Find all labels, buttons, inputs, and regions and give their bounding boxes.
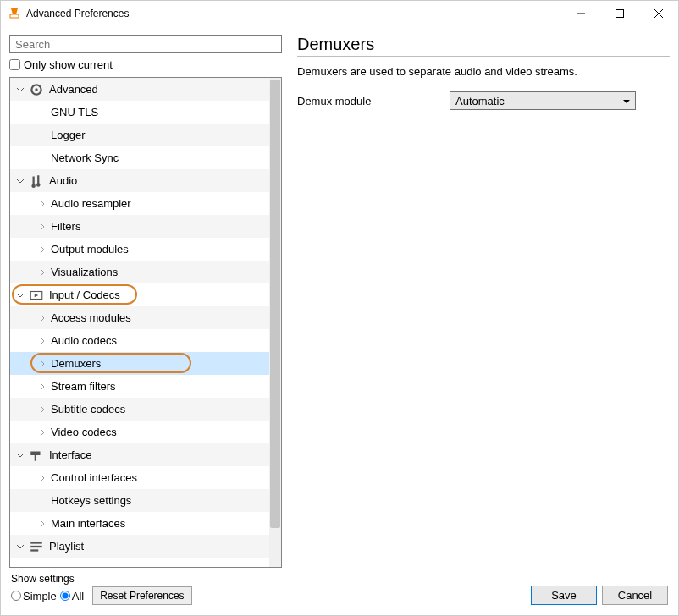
tree-label: Filters [51,220,80,233]
radio-simple[interactable]: Simple [11,590,57,602]
svg-rect-10 [30,451,40,455]
close-button[interactable] [639,1,678,26]
dropdown-value: Automatic [455,95,505,107]
radio-all-input[interactable] [60,591,70,601]
svg-point-7 [31,184,36,188]
tree-label: Playlist [49,540,84,553]
tree-label: Audio [49,174,77,187]
show-settings-group: Show settings Simple All Reset Preferenc… [11,573,192,605]
tree-node-audio-resampler[interactable]: Audio resampler [10,192,281,215]
tree-node-playlist[interactable]: Playlist [10,535,281,558]
chevron-down-icon[interactable] [14,289,27,302]
panel-heading: Demuxers [297,35,670,54]
chevron-right-icon[interactable] [36,243,49,256]
save-button[interactable]: Save [531,586,597,605]
tree-view: Advanced GNU TLS Logger Network Sync [9,77,282,568]
tree-node-visualizations[interactable]: Visualizations [10,261,281,283]
tree-label: Network Sync [51,151,119,164]
gear-icon [29,82,44,97]
tree-node-access-modules[interactable]: Access modules [10,306,281,329]
tree-label: Control interfaces [51,471,137,484]
tree-label: Access modules [51,311,131,324]
window-title: Advanced Preferences [26,8,561,19]
tree-label: Logger [51,129,85,141]
search-input[interactable] [9,35,282,53]
body: Only show current Advanced GNU TLS [1,26,678,568]
chevron-right-icon[interactable] [36,357,49,371]
tree-label: Stream filters [51,380,116,393]
tree-node-hotkeys-settings[interactable]: Hotkeys settings [10,489,281,512]
chevron-right-icon[interactable] [36,311,49,325]
demux-module-label: Demux module [297,95,450,107]
tree-label: Advanced [49,83,98,96]
divider [297,56,670,57]
tree-label: Subtitle codecs [51,403,125,415]
brush-icon [29,448,44,463]
tree-node-video-codecs[interactable]: Video codecs [10,421,281,443]
tree-node-filters[interactable]: Filters [10,215,281,238]
tree-node-audio-codecs[interactable]: Audio codecs [10,329,281,352]
radio-simple-input[interactable] [11,591,21,601]
tree-node-input-codecs[interactable]: Input / Codecs [10,283,281,306]
right-pane: Demuxers Demuxers are used to separate a… [297,35,670,568]
chevron-right-icon[interactable] [36,220,49,234]
scrollbar[interactable] [269,78,281,567]
window: Advanced Preferences Only show current A… [0,0,679,616]
panel-description: Demuxers are used to separate audio and … [297,65,670,78]
chevron-down-icon[interactable] [14,83,27,96]
tree-node-output-modules[interactable]: Output modules [10,238,281,261]
audio-icon [29,173,44,189]
playlist-icon [29,539,44,554]
tree-label: GNU TLS [51,106,98,118]
chevron-down-icon[interactable] [14,174,27,188]
chevron-right-icon[interactable] [36,403,49,416]
tree-node-advanced[interactable]: Advanced [10,78,281,101]
tree-node-audio[interactable]: Audio [10,169,281,192]
svg-rect-2 [616,10,624,18]
chevron-right-icon[interactable] [36,380,49,393]
svg-point-8 [36,183,41,187]
app-icon [8,7,21,20]
tree-node-demuxers[interactable]: Demuxers [10,352,281,375]
tree-node-control-interfaces[interactable]: Control interfaces [10,466,281,489]
minimize-button[interactable] [561,1,600,26]
tree-node-network-sync[interactable]: Network Sync [10,146,281,169]
chevron-right-icon[interactable] [36,197,49,211]
tree-node-gnu-tls[interactable]: GNU TLS [10,101,281,124]
chevron-right-icon[interactable] [36,517,49,531]
tree-label: Audio codecs [51,334,117,347]
tree-label: Interface [49,448,92,461]
demux-module-dropdown[interactable]: Automatic [450,91,636,110]
chevron-right-icon[interactable] [36,266,49,279]
svg-rect-11 [35,455,36,461]
cancel-button[interactable]: Cancel [602,586,668,605]
chevron-right-icon[interactable] [36,471,49,485]
svg-rect-0 [10,14,19,18]
only-show-current-input[interactable] [9,59,20,70]
tree-node-subtitle-codecs[interactable]: Subtitle codecs [10,398,281,421]
chevron-down-icon[interactable] [14,448,27,462]
maximize-button[interactable] [600,1,639,26]
left-pane: Only show current Advanced GNU TLS [9,35,282,568]
titlebar: Advanced Preferences [1,1,678,26]
codec-icon [29,288,44,303]
show-settings-label: Show settings [11,573,192,585]
tree-node-main-interfaces[interactable]: Main interfaces [10,512,281,535]
tree-label: Main interfaces [51,517,125,530]
only-show-current-label: Only show current [24,58,113,71]
chevron-down-icon[interactable] [14,540,27,553]
only-show-current-checkbox[interactable]: Only show current [9,55,282,74]
scrollbar-thumb[interactable] [270,80,280,528]
tree-node-logger[interactable]: Logger [10,124,281,146]
tree-label: Video codecs [51,426,117,438]
radio-all[interactable]: All [60,590,84,602]
tree-node-stream-filters[interactable]: Stream filters [10,375,281,398]
tree-label: Audio resampler [51,197,131,210]
tree-label: Visualizations [51,266,118,278]
reset-preferences-button[interactable]: Reset Preferences [92,586,191,605]
svg-point-6 [35,88,37,91]
tree-label: Hotkeys settings [51,494,131,507]
tree-node-interface[interactable]: Interface [10,443,281,466]
chevron-right-icon[interactable] [36,426,49,439]
chevron-right-icon[interactable] [36,334,49,348]
